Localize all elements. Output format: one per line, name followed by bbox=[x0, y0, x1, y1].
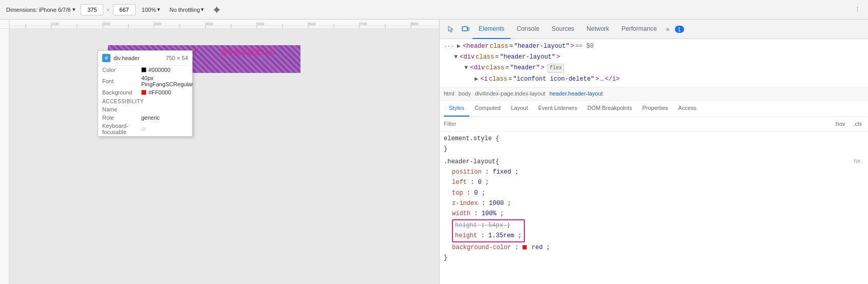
expand-triangle-1[interactable]: ▶ bbox=[457, 42, 461, 51]
subtab-event-listeners[interactable]: Event Listeners bbox=[533, 100, 582, 117]
keyboard-label: Keyboard-focusable bbox=[102, 123, 138, 135]
tab-elements[interactable]: Elements bbox=[473, 20, 511, 39]
annotation-text: 最终效果都是54px bbox=[221, 48, 275, 57]
notification-badge: 1 bbox=[675, 26, 684, 33]
styles-subtabs: Styles Computed Layout Event Listeners D… bbox=[440, 101, 868, 117]
location-icon-btn[interactable] bbox=[210, 3, 223, 16]
color-value: #000000 bbox=[141, 67, 171, 73]
tooltip-keyboard-row: Keyboard-focusable ⊘ bbox=[98, 122, 192, 136]
dom-line-1: ··· ▶ <header class = "header-layout" > … bbox=[444, 41, 864, 52]
subtab-access[interactable]: Access bbox=[673, 100, 702, 117]
device-chevron-icon: ▾ bbox=[72, 6, 76, 13]
tooltip-role-row: Role generic bbox=[98, 113, 192, 122]
tooltip-bg-row: Background #FF0000 bbox=[98, 88, 192, 97]
device-icon bbox=[461, 25, 469, 33]
role-label: Role bbox=[102, 115, 138, 121]
prop-height-active: height : 1.35rem ; bbox=[455, 231, 522, 241]
tab-console[interactable]: Console bbox=[511, 20, 545, 39]
element-style-selector: element.style { bbox=[444, 134, 864, 144]
subtab-styles[interactable]: Styles bbox=[444, 100, 469, 117]
device-selector[interactable]: Dimensions: iPhone 6/7/8 ▾ bbox=[4, 5, 78, 14]
main-layout: 100 200 300 400 500 600 bbox=[0, 20, 868, 284]
ellipsis-btn[interactable]: ··· bbox=[444, 42, 454, 51]
more-options-button[interactable]: ⋮ bbox=[851, 3, 864, 16]
prop-width: width : 100% ; bbox=[444, 209, 864, 219]
tooltip-size: 750 × 54 bbox=[166, 55, 188, 61]
dom-line-3: ▼ <div class = "header" > flex bbox=[444, 63, 864, 73]
rule-source: he. bbox=[854, 157, 864, 167]
breadcrumb-body[interactable]: body bbox=[459, 90, 471, 97]
svg-text:300: 300 bbox=[155, 22, 162, 26]
svg-text:800: 800 bbox=[411, 22, 419, 26]
device-toggle-button[interactable] bbox=[458, 22, 473, 36]
cursor-icon bbox=[447, 25, 455, 33]
svg-rect-30 bbox=[468, 28, 469, 30]
devtools-tabs: Elements Console Sources Network Perform… bbox=[440, 20, 868, 39]
cls-button[interactable]: .cls bbox=[852, 120, 864, 128]
filter-input[interactable] bbox=[444, 121, 828, 127]
prop-left: left : 0 ; bbox=[444, 177, 864, 187]
tooltip-name-row: Name bbox=[98, 105, 192, 113]
name-label: Name bbox=[102, 106, 138, 112]
breadcrumb-header[interactable]: header.header-layout bbox=[550, 90, 603, 97]
subtab-properties[interactable]: Properties bbox=[637, 100, 673, 117]
rule-header-line: .header-layout { he. bbox=[444, 157, 864, 167]
color-swatch bbox=[141, 67, 146, 72]
font-value: 40px PingFangSCRegular bbox=[141, 75, 193, 87]
tab-sources[interactable]: Sources bbox=[545, 20, 580, 39]
dom-breadcrumb: html body div#index-page.index-layout he… bbox=[440, 87, 868, 101]
horizontal-ruler: 100 200 300 400 500 600 bbox=[0, 20, 439, 29]
svg-text:100: 100 bbox=[52, 22, 59, 26]
svg-text:700: 700 bbox=[360, 22, 367, 26]
tooltip-header: d div.header 750 × 54 bbox=[98, 51, 192, 65]
svg-text:500: 500 bbox=[257, 22, 265, 26]
tooltip-element-name: div.header bbox=[114, 55, 140, 61]
breadcrumb-html[interactable]: html bbox=[444, 90, 455, 97]
background-label: Background bbox=[102, 89, 138, 96]
expand-triangle-4[interactable]: ▶ bbox=[475, 74, 478, 84]
hov-button[interactable]: :hov bbox=[833, 120, 847, 128]
prop-position: position : fixed ; bbox=[444, 167, 864, 177]
tab-network[interactable]: Network bbox=[580, 20, 615, 39]
device-preview-panel: 100 200 300 400 500 600 bbox=[0, 20, 439, 284]
prop-z-index: z-index : 1000 ; bbox=[444, 198, 864, 209]
subtab-computed[interactable]: Computed bbox=[469, 100, 506, 117]
breadcrumb-div-index[interactable]: div#index-page.index-layout bbox=[475, 90, 545, 97]
prop-background-color: background-color : red ; bbox=[444, 242, 864, 253]
throttle-chevron-icon: ▾ bbox=[201, 6, 204, 13]
svg-text:400: 400 bbox=[206, 22, 213, 26]
subtab-layout[interactable]: Layout bbox=[506, 100, 533, 117]
location-icon bbox=[213, 6, 221, 14]
expand-triangle-3[interactable]: ▼ bbox=[464, 63, 468, 73]
notification-area: 1 bbox=[675, 26, 684, 33]
bg-color-dot[interactable] bbox=[522, 245, 527, 250]
tabs-more-button[interactable]: » bbox=[663, 20, 673, 39]
zoom-chevron-icon: ▾ bbox=[157, 6, 160, 13]
zoom-selector[interactable]: 100% ▾ bbox=[139, 5, 163, 14]
inspect-button[interactable] bbox=[444, 22, 458, 36]
tab-performance[interactable]: Performance bbox=[615, 20, 663, 39]
throttle-selector[interactable]: No throttling ▾ bbox=[166, 5, 207, 14]
svg-text:200: 200 bbox=[103, 22, 110, 26]
keyboard-value: ⊘ bbox=[141, 126, 146, 132]
element-icon: d bbox=[102, 54, 110, 62]
prop-height-strikethrough: height : 54px ; bbox=[455, 220, 522, 231]
height-input[interactable] bbox=[113, 4, 136, 15]
subtab-dom-breakpoints[interactable]: DOM Breakpoints bbox=[582, 100, 637, 117]
role-value: generic bbox=[141, 115, 160, 121]
ruler-ticks: 100 200 300 400 500 600 bbox=[0, 20, 439, 29]
font-label: Font bbox=[102, 78, 138, 84]
css-rules-panel: element.style { } .header-layout { he. bbox=[440, 131, 868, 268]
element-style-rule: element.style { } bbox=[444, 134, 864, 155]
width-input[interactable] bbox=[81, 4, 103, 15]
dom-line-4: ▶ <i class = "iconfont icon-delete" > … … bbox=[444, 74, 864, 85]
styles-filter-bar: :hov .cls bbox=[440, 117, 868, 131]
throttle-label: No throttling bbox=[169, 7, 200, 13]
tooltip-font-row: Font 40px PingFangSCRegular bbox=[98, 74, 192, 88]
vertical-ruler bbox=[0, 29, 9, 284]
color-label: Color bbox=[102, 67, 138, 73]
expand-triangle-2[interactable]: ▼ bbox=[454, 52, 458, 62]
zoom-label: 100% bbox=[142, 7, 156, 13]
prop-top: top : 0 ; bbox=[444, 188, 864, 198]
dom-line-2: ▼ <div class = "header-layout" > bbox=[444, 52, 864, 63]
